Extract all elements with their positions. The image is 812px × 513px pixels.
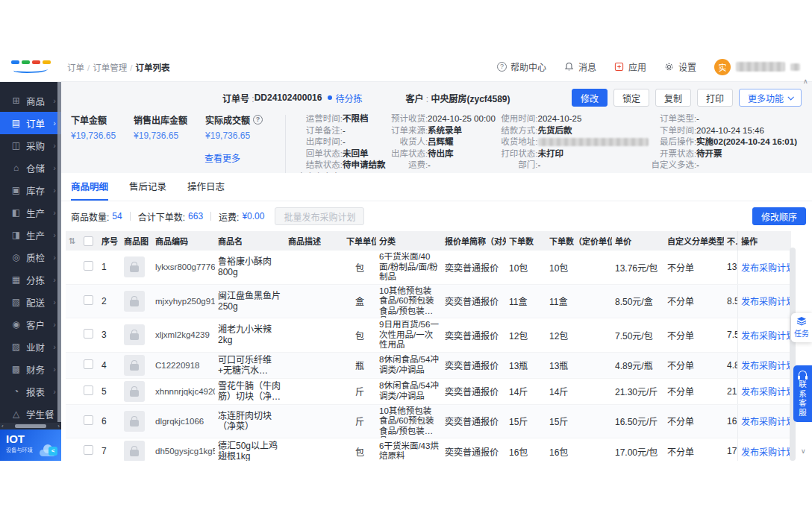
divider — [285, 115, 286, 181]
sidebar-item-sorting[interactable]: ▦分拣› — [0, 268, 61, 291]
chevron-right-icon: › — [53, 96, 56, 105]
bell-icon — [564, 62, 575, 72]
edit-button[interactable]: 修改 — [572, 89, 608, 107]
sidebar-item-production-2[interactable]: ◨生产› — [0, 224, 61, 246]
breadcrumb-item[interactable]: 订单管理 — [93, 61, 132, 73]
table-row: 1lykxsr800g7776鲁裕康小酥肉800g包6干货米面/40面/粉制品/… — [66, 251, 791, 285]
sidebar-item-inventory[interactable]: ▣库存› — [0, 179, 61, 201]
sidebar-item-purchase[interactable]: ◫采购› — [0, 134, 61, 157]
publish-purchase-plan-link[interactable]: 发布采购计划 — [741, 295, 791, 307]
iot-title: IOT — [6, 433, 61, 445]
cell-name: 雪花牛腩（牛肉筋）切块（净菜） — [215, 381, 285, 402]
publish-purchase-plan-link[interactable]: 发布采购计划 — [741, 359, 791, 371]
view-more-link[interactable]: 查看更多 — [204, 154, 240, 164]
sidebar-item-goods[interactable]: ⊞商品› — [0, 89, 61, 112]
metric-label: 实际成交额? — [205, 113, 263, 126]
sidebar-item-label: 报表 — [26, 385, 45, 399]
info-value: 先货后款 — [538, 126, 572, 135]
info-value: 2024-10-24 15:46 — [696, 126, 764, 135]
reorder-button[interactable]: 修改顺序 — [752, 207, 806, 225]
sidebar-item-label: 客户 — [26, 318, 45, 332]
table-vertical-scrollbar[interactable] — [790, 248, 796, 461]
cell-split: 不分单 — [664, 359, 724, 371]
contact-service-floating-button[interactable]: 联系客服 — [793, 365, 812, 422]
sidebar-item-finance[interactable]: ▩财务› — [0, 358, 61, 380]
cell-price: 16.50元/斤 — [612, 415, 664, 427]
more-actions-button[interactable]: 更多功能 — [739, 89, 802, 107]
batch-publish-purchase-button[interactable]: 批量发布采购计划 — [275, 207, 364, 225]
warehouse-icon: ⌂ — [10, 163, 22, 173]
publish-purchase-plan-link[interactable]: 发布采购计划 — [741, 261, 791, 274]
cell-quote: 奕奕普通报价 — [442, 415, 506, 427]
chevron-right-icon: › — [53, 141, 56, 150]
user-menu[interactable]: 实 — [714, 59, 800, 75]
publish-purchase-plan-link[interactable]: 发布采购计划 — [741, 385, 791, 397]
row-checkbox[interactable] — [84, 415, 93, 425]
settings-button[interactable]: 设置 — [664, 60, 696, 73]
sidebar-item-orders[interactable]: ▤订单› — [0, 112, 61, 134]
cell-qty2: 13瓶 — [546, 359, 612, 371]
row-checkbox[interactable] — [84, 295, 93, 305]
row-checkbox[interactable] — [84, 261, 93, 271]
task-floating-button[interactable]: 任务 — [791, 313, 812, 342]
apps-button[interactable]: 应用 — [614, 60, 646, 73]
info-value: 系统录单 — [428, 126, 462, 135]
sidebar-item-label: 业财 — [26, 340, 45, 354]
gear-icon — [664, 62, 675, 72]
table-row: 7dh50gysjcg1kg5249德汇50g以上鸡翅根1kg包6干货米面/43… — [66, 438, 791, 461]
row-checkbox[interactable] — [84, 385, 93, 395]
sidebar-item-warehouse[interactable]: ⌂仓储› — [0, 157, 61, 179]
messages-button[interactable]: 消息 — [564, 60, 596, 73]
sidebar-item-label: 生产 — [26, 228, 45, 242]
page-scroll-up-icon[interactable]: ∧ — [803, 78, 808, 85]
sidebar-item-business-finance[interactable]: ▨业财› — [0, 336, 61, 358]
app-grid-icon — [614, 62, 625, 72]
help-center-button[interactable]: ?帮助中心 — [497, 60, 546, 73]
redacted-value — [538, 138, 649, 146]
publish-purchase-plan-link[interactable]: 发布采购计划 — [741, 329, 791, 342]
tab-aftersale-records[interactable]: 售后记录 — [129, 179, 166, 201]
tab-operation-log[interactable]: 操作日志 — [187, 179, 225, 201]
sidebar-item-reports[interactable]: ◔报表› — [0, 380, 61, 403]
sidebar-item-delivery[interactable]: ▧配送› — [0, 291, 61, 313]
breadcrumb-item[interactable]: 订单 — [67, 61, 90, 73]
sidebar-item-production-1[interactable]: ◧生产› — [0, 201, 61, 224]
row-checkbox[interactable] — [84, 445, 93, 455]
copy-button[interactable]: 复制 — [655, 89, 691, 107]
sidebar-item-label: 分拣 — [26, 273, 45, 287]
row-checkbox[interactable] — [84, 329, 93, 339]
order-info-field: 出库状态待出库 — [386, 148, 496, 160]
production-1-icon: ◧ — [10, 207, 22, 218]
freight-value: ¥0.00 — [242, 211, 264, 221]
cell-quote: 奕奕普通报价 — [442, 359, 506, 371]
cell-price: 17.00元/包 — [612, 445, 664, 458]
iot-banner[interactable]: IOT 设备与环境 < — [0, 429, 61, 461]
lock-button[interactable]: 锁定 — [613, 89, 649, 107]
order-info-field: 开票状态待开票 — [649, 148, 797, 160]
page-scroll-down-icon[interactable]: ∨ — [801, 447, 806, 455]
publish-purchase-plan-link[interactable]: 发布采购计划 — [741, 415, 791, 427]
sidebar-item-student-meal[interactable]: △学生餐 — [0, 403, 61, 425]
product-image-placeholder — [124, 291, 145, 312]
row-checkbox[interactable] — [84, 359, 93, 369]
chevron-right-icon: › — [53, 320, 56, 329]
cell-trunc: 17 — [724, 446, 737, 456]
metric-value: ¥19,736.65 — [134, 130, 187, 141]
table-header-row: ⇅ 序号 商品图 商品编码 商品名 商品描述 下单单位 分类 报价单简称（对外）… — [66, 231, 791, 251]
header-unit: 下单单位 — [343, 235, 376, 247]
print-button[interactable]: 打印 — [697, 89, 733, 107]
cell-qty: 16包 — [506, 445, 546, 458]
info-value: 待开票 — [696, 149, 722, 158]
cell-trunc: 16 — [724, 416, 737, 427]
sidebar-item-quality[interactable]: ◎质检› — [0, 246, 61, 268]
metric-value: ¥19,736.65 — [205, 130, 263, 141]
avatar: 实 — [714, 59, 731, 75]
tab-goods-detail[interactable]: 商品明细 — [71, 179, 108, 201]
order-info-field: 回单状态未回单 — [293, 148, 386, 160]
publish-purchase-plan-link[interactable]: 发布采购计划 — [741, 445, 791, 458]
cell-unit: 盒 — [343, 295, 376, 307]
sidebar: ⊞商品›▤订单›◫采购›⌂仓储›▣库存›◧生产›◨生产›◎质检›▦分拣›▧配送›… — [0, 82, 61, 461]
sidebar-item-customers[interactable]: ◉客户› — [0, 313, 61, 336]
sidebar-horizontal-scrollbar[interactable]: ‹ › — [0, 423, 61, 429]
select-all-checkbox[interactable] — [84, 236, 93, 246]
